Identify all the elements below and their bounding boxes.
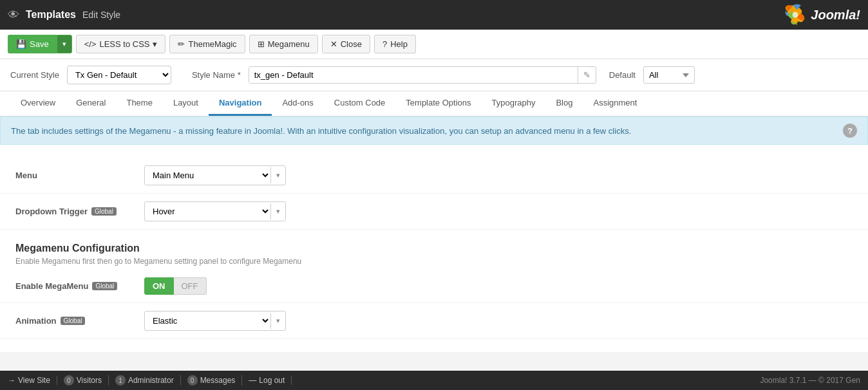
content-area: The tab includes settings of the Megamen…: [0, 116, 868, 352]
tab-typography[interactable]: Typography: [482, 91, 546, 116]
eye-icon: 👁: [8, 8, 19, 22]
joomla-logo: Joomla!: [784, 3, 860, 26]
tab-templateoptions[interactable]: Template Options: [395, 91, 481, 116]
dropdown-trigger-label: Dropdown Trigger Global: [15, 207, 144, 216]
dropdown-trigger-select-wrapper[interactable]: Hover ▾: [144, 201, 286, 221]
joomla-brand-icon: [784, 3, 807, 26]
megamenu-desc: Enable Megamenu first then go to Megamen…: [15, 257, 853, 266]
style-name-field[interactable]: ✎: [249, 66, 596, 84]
toggle-off-button[interactable]: OFF: [174, 277, 207, 295]
info-text: The tab includes settings of the Megamen…: [11, 126, 631, 136]
close-button[interactable]: ✕ Close: [322, 35, 370, 53]
dropdown-trigger-dropdown-icon: ▾: [270, 203, 285, 219]
tab-assignment[interactable]: Assignment: [583, 91, 647, 116]
toggle-on-button[interactable]: ON: [144, 277, 174, 295]
animation-badge: Global: [61, 317, 86, 325]
help-button[interactable]: ? Help: [374, 35, 416, 53]
save-split-button[interactable]: 💾 Save ▾: [8, 35, 72, 53]
dropdown-trigger-select[interactable]: Hover: [145, 202, 270, 221]
enable-megamenu-toggle[interactable]: ON OFF: [144, 277, 207, 295]
info-help-button[interactable]: ?: [843, 124, 857, 138]
menu-label: Menu: [15, 171, 144, 180]
megamenu-section-heading: Megamenu Configuration Enable Megamenu f…: [0, 230, 868, 270]
svg-point-0: [793, 12, 798, 18]
animation-select-wrapper[interactable]: Elastic ▾: [144, 311, 286, 331]
page-subtitle: Edit Style: [82, 10, 120, 20]
style-row: Current Style Tx Gen - Default Style Nam…: [0, 59, 868, 91]
dropdown-trigger-badge: Global: [91, 207, 117, 216]
current-style-dropdown[interactable]: Tx Gen - Default: [68, 66, 171, 84]
joomla-text: Joomla!: [811, 8, 860, 23]
tab-blog[interactable]: Blog: [545, 91, 583, 116]
style-name-label: Style Name *: [192, 70, 241, 80]
info-bar: The tab includes settings of the Megamen…: [0, 116, 868, 145]
form-content: Menu Main Menu ▾ Dropdown Trigger Global: [0, 145, 868, 352]
current-style-select[interactable]: Tx Gen - Default: [67, 66, 171, 84]
enable-megamenu-label: Enable MegaMenu Global: [15, 281, 144, 291]
animation-select[interactable]: Elastic: [145, 311, 270, 330]
save-icon: 💾: [16, 39, 26, 49]
megamenu-title: Megamenu Configuration: [15, 243, 853, 254]
less-dropdown-icon: ▾: [153, 39, 157, 49]
default-select[interactable]: All: [643, 66, 695, 84]
tab-general[interactable]: General: [66, 91, 116, 116]
menu-control: Main Menu ▾: [144, 165, 286, 185]
tab-navigation[interactable]: Navigation: [209, 91, 272, 116]
tab-overview[interactable]: Overview: [10, 91, 66, 116]
menu-dropdown-icon: ▾: [270, 167, 285, 183]
enable-megamenu-badge: Global: [92, 282, 117, 290]
brush-icon: ✏: [178, 39, 185, 49]
animation-label: Animation Global: [15, 316, 144, 326]
dropdown-trigger-row: Dropdown Trigger Global Hover ▾: [0, 194, 868, 230]
toolbar: 💾 Save ▾ </> LESS to CSS ▾ ✏ ThemeMagic …: [0, 30, 868, 59]
edit-icon[interactable]: ✎: [578, 67, 596, 83]
top-bar: 👁 Templates Edit Style Joomla!: [0, 0, 868, 30]
style-name-input[interactable]: [249, 67, 578, 83]
default-label: Default: [609, 70, 636, 80]
tab-layout[interactable]: Layout: [163, 91, 209, 116]
enable-megamenu-row: Enable MegaMenu Global ON OFF: [0, 270, 868, 303]
animation-control: Elastic ▾: [144, 311, 286, 331]
tab-theme[interactable]: Theme: [116, 91, 162, 116]
save-button[interactable]: 💾 Save: [8, 35, 57, 53]
menu-select-wrapper[interactable]: Main Menu ▾: [144, 165, 286, 185]
top-bar-left: 👁 Templates Edit Style: [8, 8, 120, 22]
animation-dropdown-icon: ▾: [270, 313, 285, 329]
save-dropdown-button[interactable]: ▾: [57, 35, 72, 53]
menu-row: Menu Main Menu ▾: [0, 158, 868, 194]
app-title: Templates: [26, 9, 76, 21]
tabs-bar: Overview General Theme Layout Navigation…: [0, 91, 868, 116]
megamenu-icon: ⊞: [258, 39, 265, 49]
animation-row: Animation Global Elastic ▾: [0, 303, 868, 339]
thememagic-button[interactable]: ✏ ThemeMagic: [169, 35, 245, 53]
current-style-label: Current Style: [10, 70, 59, 80]
code-icon: </>: [84, 39, 97, 49]
less-to-css-button[interactable]: </> LESS to CSS ▾: [76, 35, 166, 53]
close-icon: ✕: [330, 39, 337, 49]
tab-addons[interactable]: Add-ons: [272, 91, 323, 116]
help-icon: ?: [382, 39, 387, 49]
enable-megamenu-control: ON OFF: [144, 277, 207, 295]
tab-customcode[interactable]: Custom Code: [324, 91, 395, 116]
dropdown-trigger-control: Hover ▾: [144, 201, 286, 221]
menu-select[interactable]: Main Menu: [145, 166, 270, 185]
megamenu-button[interactable]: ⊞ Megamenu: [249, 35, 318, 53]
